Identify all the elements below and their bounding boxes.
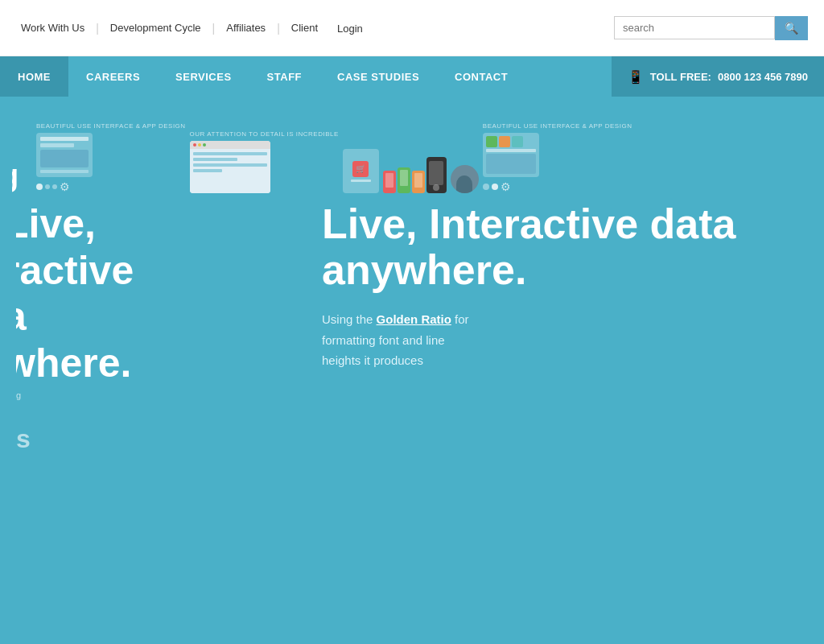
hero-left-heading-partial: Live, ractive a where. — [16, 201, 278, 386]
nav-careers[interactable]: CAREERS — [68, 56, 158, 97]
toll-free-label: TOLL FREE: — [650, 71, 711, 83]
separator-3: | — [277, 22, 280, 35]
nav-work-with-us[interactable]: Work With Us — [16, 19, 89, 37]
hero-heading: Live, Interactive data anywhere. — [322, 201, 808, 293]
hero-subtext: Using the Golden Ratio for formatting fo… — [322, 309, 483, 371]
nav-login[interactable]: Login — [332, 19, 368, 38]
thumb-group-6: Beautiful use interface & app design ⚙ — [483, 122, 632, 193]
nav-staff[interactable]: STAFF — [249, 56, 319, 97]
nav-home[interactable]: HOME — [0, 56, 68, 97]
top-bar: Work With Us | Development Cycle | Affil… — [0, 0, 824, 56]
thumb-card-1[interactable] — [36, 133, 93, 177]
slider-thumbnails-row: g Beautiful use interface & app design ⚙… — [0, 113, 824, 193]
golden-ratio-link[interactable]: Golden Ratio — [377, 312, 451, 326]
thumb-group-3: 🛒 — [343, 149, 379, 193]
hero-main-content: Live, ractive a where. g Live, Interacti… — [0, 201, 824, 400]
browser-line-2 — [193, 158, 237, 161]
top-nav: Work With Us | Development Cycle | Affil… — [16, 18, 368, 38]
search-button[interactable]: 🔍 — [775, 16, 808, 40]
thumb-label-2: Our attention to detail is incredible — [190, 130, 339, 138]
nav-case-studies[interactable]: CASE STUDIES — [319, 56, 437, 97]
browser-line-4 — [193, 169, 223, 172]
thumb-label-1: Beautiful use interface & app design — [36, 122, 186, 130]
thumb-group-1: Beautiful use interface & app design ⚙ — [36, 122, 186, 193]
gear-icon-6: ⚙ — [501, 180, 511, 193]
hero-left-column: Live, ractive a where. g — [16, 201, 290, 400]
left-partial-overflow: g — [12, 121, 32, 193]
browser-line-1 — [193, 152, 267, 155]
hero-left-bottom-label: g — [16, 390, 290, 400]
thumb-card-2[interactable]: 🛒 — [343, 149, 379, 193]
thumb-controls-1: ⚙ — [36, 180, 186, 193]
bottom-partial-text: s — [16, 424, 31, 453]
thumb-label-6: Beautiful use interface & app design — [483, 122, 632, 130]
nav-affiliates[interactable]: Affiliates — [221, 19, 270, 37]
hero-partial-line2: ractive — [16, 248, 278, 295]
nav-items: HOME CAREERS SERVICES STAFF CASE STUDIES… — [0, 56, 612, 97]
thumb-group-2: Our attention to detail is incredible — [190, 130, 339, 193]
thumb-card-3[interactable] — [483, 133, 539, 177]
thumb-phones-group[interactable] — [383, 157, 447, 193]
dot-active — [36, 184, 43, 190]
thumb-controls-6: ⚙ — [483, 180, 632, 193]
nav-development-cycle[interactable]: Development Cycle — [105, 19, 206, 37]
profile-photo — [451, 165, 479, 193]
dot-1 — [45, 184, 50, 189]
nav-contact[interactable]: CONTACT — [437, 56, 525, 97]
browser-line-3 — [193, 163, 267, 167]
thumb-browser-1[interactable] — [190, 141, 270, 193]
main-nav: HOME CAREERS SERVICES STAFF CASE STUDIES… — [0, 56, 824, 97]
dot-6-active — [492, 184, 498, 190]
phone-icon: 📱 — [628, 69, 644, 85]
dot-2 — [52, 184, 57, 189]
hero-partial-line1: Live, — [16, 201, 278, 248]
search-input[interactable] — [614, 16, 775, 39]
separator-2: | — [212, 22, 216, 35]
search-area: 🔍 — [614, 16, 808, 40]
hero-bottom-area: s — [0, 400, 824, 454]
browser-bar — [190, 141, 270, 149]
hero-partial-line3: a — [16, 294, 278, 341]
thumb-profile[interactable] — [451, 165, 479, 193]
browser-dot-green — [203, 143, 206, 147]
dot-6-1 — [483, 184, 489, 190]
thumb-group-4 — [383, 157, 447, 193]
hero-section: g Beautiful use interface & app design ⚙… — [0, 97, 824, 644]
subtext-before-link: Using the — [322, 312, 377, 326]
browser-dot-red — [193, 143, 196, 147]
nav-services[interactable]: SERVICES — [158, 56, 249, 97]
toll-free-number: 0800 123 456 7890 — [718, 71, 808, 83]
separator-1: | — [96, 22, 99, 35]
thumb-group-5 — [451, 165, 479, 193]
browser-dot-yellow — [198, 143, 201, 147]
hero-right-column: Live, Interactive data anywhere. Using t… — [322, 201, 808, 400]
toll-free: 📱 TOLL FREE: 0800 123 456 7890 — [612, 56, 824, 97]
browser-content — [190, 149, 270, 193]
gear-icon-1: ⚙ — [60, 180, 70, 193]
hero-partial-line4: where. — [16, 341, 278, 387]
nav-client[interactable]: Client — [286, 19, 323, 37]
